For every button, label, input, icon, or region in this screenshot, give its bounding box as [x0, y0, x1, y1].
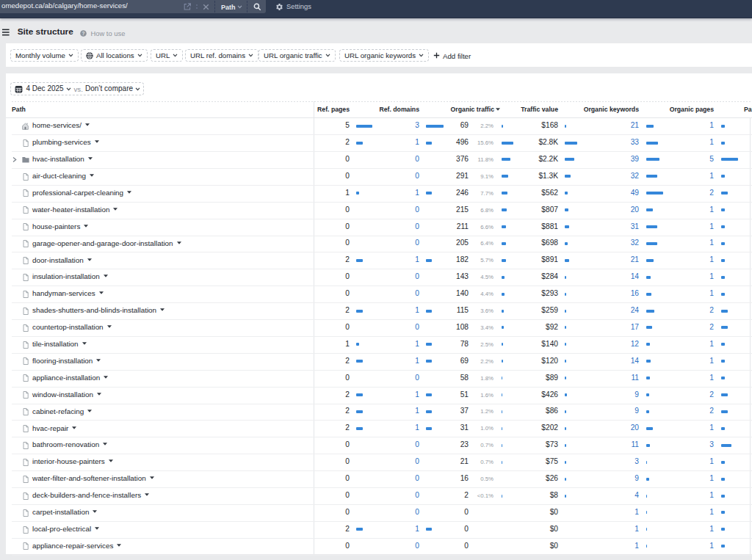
- svg-text:?: ?: [82, 30, 85, 35]
